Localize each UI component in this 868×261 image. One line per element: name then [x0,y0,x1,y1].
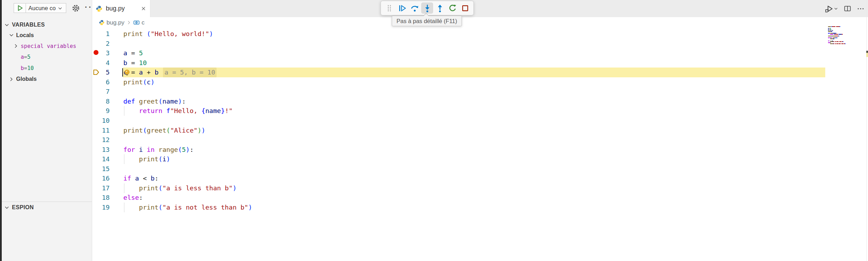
minimap-line [828,38,834,39]
minimap-line [828,41,833,41]
line-number: 1 [92,29,110,39]
code-line-3[interactable]: 3a = 5 [92,48,868,58]
tree-text-name: special variables [21,43,76,49]
variables-title: VARIABLES [12,22,45,28]
minimap-line [828,37,838,38]
stop-button[interactable] [459,2,471,14]
code-text: else: [123,193,143,203]
close-icon[interactable] [141,6,146,12]
code-line-8[interactable]: 8def greet(name): [92,97,868,106]
step-over-button[interactable] [409,2,421,14]
code-line-7[interactable]: 7 [92,87,868,97]
minimap-line [828,42,831,43]
code-line-14[interactable]: 14 print(i) [92,154,868,164]
minimap-line [828,28,831,29]
line-number: 10 [92,116,110,126]
more-actions-icon[interactable]: ·· [85,3,93,12]
code-line-2[interactable]: 2 [92,39,868,49]
line-number: 2 [92,39,110,49]
code-line-18[interactable]: 18else: [92,193,868,203]
symbol-variable-icon [133,19,140,26]
code-line-9[interactable]: 9 return f"Hello, {name}!" [92,106,868,116]
tree-text-val: 10 [27,65,34,71]
tab-bar: bug.py [92,0,868,17]
line-number: 17 [92,183,110,193]
minimap-line [828,30,833,31]
start-debugging-button[interactable] [14,3,26,13]
tree-text-op: = [24,65,27,71]
watch-section-header[interactable]: ESPION [2,202,92,213]
line-number: 16 [92,174,110,183]
python-icon [96,5,103,12]
step-into-button[interactable] [421,2,433,14]
minimap-line [828,29,831,30]
code-line-16[interactable]: 16if a < b: [92,174,868,183]
tree-text-label: Globals [16,76,37,82]
variables-row-globals[interactable]: Globals [2,74,92,85]
tree-text-label: Locals [16,32,34,38]
line-number: 15 [92,164,110,174]
code-text: if a < b: [123,174,158,183]
code-text: print ("Hello, world!") [123,29,213,39]
code-text: a = 5 [123,48,143,58]
line-number: 14 [92,154,110,164]
code-line-5[interactable]: 5c = a + ba = 5, b = 10 [92,68,868,77]
variables-row-special-variables[interactable]: special variables [2,41,92,51]
lightbulb-icon[interactable] [123,69,131,76]
continue-button[interactable] [396,2,408,14]
line-number: 18 [92,193,110,203]
variables-row-a[interactable]: a = 5 [2,52,92,63]
step-out-button[interactable] [434,2,446,14]
breadcrumb-symbol[interactable]: c [133,19,145,26]
config-dropdown[interactable]: Aucune co [26,5,66,12]
debug-sidebar: Aucune co ·· VARIABLES Localsspecial var… [2,0,92,261]
breadcrumb-file[interactable]: bug.py [107,19,124,26]
minimap-line [828,26,840,27]
minimap[interactable] [826,0,864,261]
code-line-13[interactable]: 13for i in range(5): [92,145,868,155]
code-line-6[interactable]: 6print(c) [92,77,868,87]
code-line-19[interactable]: 19 print("a is not less than b") [92,203,868,212]
variables-row-b[interactable]: b = 10 [2,63,92,73]
tab-bugpy[interactable]: bug.py [92,0,150,17]
code-line-11[interactable]: 11print(greet("Alice")) [92,126,868,135]
minimap-line [828,43,846,44]
code-text: print("a is not less than b") [123,203,252,212]
variables-row-locals[interactable]: Locals [2,30,92,41]
editor-group: bug.py [92,0,868,261]
breadcrumb: bug.py c [92,17,868,28]
minimap-line [828,36,839,36]
code-text: print(greet("Alice")) [123,126,205,135]
restart-button[interactable] [446,2,458,14]
minimap-line [828,41,843,42]
overview-ruler-highlight-mark [866,53,868,57]
variables-section-header[interactable]: VARIABLES [2,20,92,30]
vscode-window: Aucune co ·· VARIABLES Localsspecial var… [0,0,868,261]
line-number: 13 [92,145,110,155]
chevron-down-icon [57,6,63,11]
code-line-15[interactable]: 15 [92,164,868,174]
minimap-line [828,33,836,34]
current-line-highlight [123,68,825,77]
text-cursor [122,68,123,77]
chevron-right-icon [9,77,16,82]
gear-icon[interactable] [71,3,81,13]
code-text: print(c) [123,77,155,87]
play-icon [16,4,24,12]
code-line-10[interactable]: 10 [92,116,868,126]
code-line-12[interactable]: 12 [92,135,868,145]
code-line-17[interactable]: 17 print("a is less than b") [92,183,868,193]
chevron-down-icon [4,22,9,28]
line-number: 7 [92,87,110,97]
toolbar-drag-handle-button[interactable] [383,2,395,14]
line-number: 12 [92,135,110,145]
watch-title: ESPION [12,204,34,211]
tooltip-step-into: Pas à pas détaillé (F11) [392,16,462,26]
tree-text-name: a [21,54,24,60]
debug-inline-value: a = 5, b = 10 [163,68,217,77]
tree-text-name: b [21,65,24,71]
code-line-1[interactable]: 1print ("Hello, world!") [92,29,868,39]
line-number: 3 [92,48,110,58]
code-line-4[interactable]: 4b = 10 [92,58,868,68]
tree-text-op: = [24,54,27,60]
